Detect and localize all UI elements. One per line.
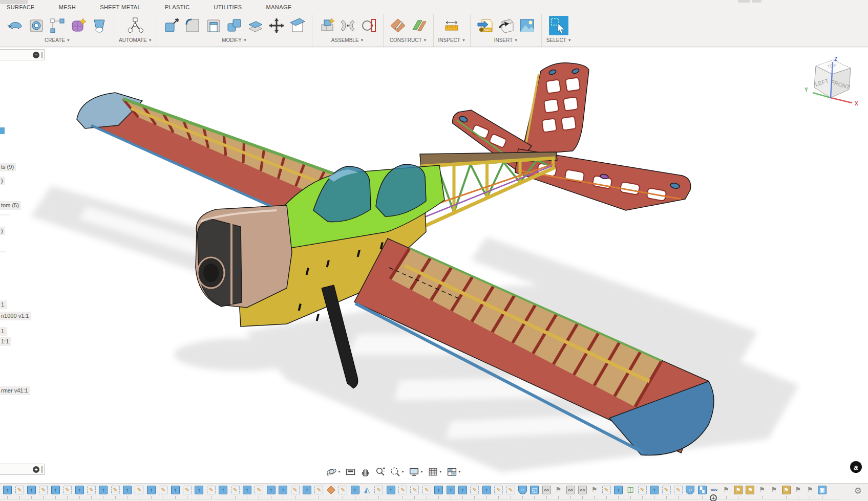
timeline-feature-sketch[interactable]: ✎ xyxy=(373,485,385,499)
timeline-feature-derive[interactable]: ↑ xyxy=(612,485,624,499)
timeline-derive-icon[interactable]: ↑ xyxy=(99,486,108,494)
timeline-feature-derive[interactable]: ↑ xyxy=(457,485,469,499)
timeline-feature-combine[interactable]: oo xyxy=(564,485,576,499)
timeline-derive-icon[interactable]: ↑ xyxy=(267,486,276,494)
browser-tree-item[interactable]: 1 xyxy=(0,300,7,309)
browser-tree-item[interactable]: 1 xyxy=(0,327,7,336)
timeline-feature-sketch[interactable]: ✎ xyxy=(397,485,409,499)
browser-tree-item[interactable] xyxy=(0,251,6,252)
timeline-derive-icon[interactable]: ↑ xyxy=(219,486,227,494)
timeline-feature-combine[interactable]: oo xyxy=(577,485,588,499)
tab-utilities[interactable]: UTILITIES xyxy=(214,4,242,10)
configure-icon[interactable] xyxy=(125,16,145,35)
timeline-feature-pattern[interactable]: ▚ xyxy=(696,485,708,499)
new-component-icon[interactable] xyxy=(317,16,336,35)
timeline-sketch-icon[interactable]: ✎ xyxy=(39,486,48,494)
timeline-feature-flag[interactable]: ⚑ xyxy=(768,485,780,499)
panel-grip-icon[interactable] xyxy=(41,466,43,473)
timeline-join-icon[interactable]: ▣ xyxy=(818,486,827,494)
timeline-sketch-icon[interactable]: ✎ xyxy=(207,486,216,494)
insert-mesh-icon[interactable] xyxy=(496,16,516,35)
timeline-feature-derive[interactable]: ↑ xyxy=(277,485,289,499)
timeline-flag-tan-icon[interactable]: ⚑ xyxy=(746,486,754,494)
offset-plane-icon[interactable] xyxy=(388,16,408,35)
browser-tree-item[interactable]: tom (5) xyxy=(0,201,21,210)
joint-icon[interactable] xyxy=(338,16,357,35)
browser-tree-item[interactable] xyxy=(0,214,10,215)
timeline-feature-plane[interactable] xyxy=(325,485,337,499)
timeline-derive-icon[interactable]: ↑ xyxy=(147,486,156,494)
toolbar-group-label-modify[interactable]: MODIFY▼ xyxy=(222,37,247,43)
timeline-feature-derive[interactable]: ↑ xyxy=(121,485,133,499)
timeline-feature-sketch[interactable]: ✎ xyxy=(421,485,433,499)
position-icon[interactable] xyxy=(359,16,378,35)
grid-settings-icon[interactable]: ▼ xyxy=(426,465,444,478)
timeline-sketch-icon[interactable]: ✎ xyxy=(63,486,72,494)
display-settings-icon[interactable]: ▼ xyxy=(407,465,425,478)
timeline-derive-icon[interactable]: ↑ xyxy=(650,486,659,494)
timeline-feature-derive[interactable]: ↑ xyxy=(648,485,660,499)
timeline-sketch-icon[interactable]: ✎ xyxy=(338,486,347,494)
timeline-combine-icon[interactable]: oo xyxy=(542,486,551,494)
timeline-feature-join[interactable]: ▣ xyxy=(816,485,828,499)
timeline-feature-sketch[interactable]: ✎ xyxy=(493,485,504,499)
timeline-mirror-icon[interactable]: ◭ xyxy=(363,486,371,494)
timeline-sketch-icon[interactable]: ✎ xyxy=(602,486,611,494)
timeline-derive-icon[interactable]: ↑ xyxy=(614,486,623,494)
measure-icon[interactable] xyxy=(442,16,461,35)
assistant-icon[interactable]: a xyxy=(850,461,862,473)
timeline-flag-icon[interactable]: ⚑ xyxy=(590,486,599,494)
timeline-sketch-icon[interactable]: ✎ xyxy=(183,486,192,494)
timeline-settings-gear-icon[interactable]: ⚙ xyxy=(854,487,862,495)
timeline-sketch-icon[interactable]: ✎ xyxy=(87,486,96,494)
timeline-feature-sketch[interactable]: ✎ xyxy=(637,485,648,499)
timeline-position-marker[interactable]: + xyxy=(710,494,717,501)
timeline-feature-sketch[interactable]: ✎ xyxy=(110,485,121,499)
select-icon[interactable] xyxy=(549,16,568,35)
toolbar-group-label-inspect[interactable]: INSPECT▼ xyxy=(438,37,465,43)
timeline-sketch-icon[interactable]: ✎ xyxy=(231,486,240,494)
timeline-derive-icon[interactable]: ↑ xyxy=(171,486,180,494)
timeline-plane-icon[interactable] xyxy=(327,486,335,494)
timeline-feature-sketch[interactable]: ✎ xyxy=(157,485,169,499)
timeline-combine-icon[interactable]: oo xyxy=(566,486,575,494)
timeline-feature-sketch[interactable]: ✎ xyxy=(86,485,97,499)
timeline-flag-icon[interactable]: ⚑ xyxy=(758,486,767,494)
timeline-sketch-icon[interactable]: ✎ xyxy=(135,486,143,494)
browser-tree-item[interactable]: n1000 v1:1 xyxy=(0,312,31,320)
timeline-flag-icon[interactable]: ⚑ xyxy=(722,486,731,494)
browser-tree-item[interactable]: ) xyxy=(0,177,5,185)
browser-panel-collapse-bar-top[interactable]: − xyxy=(0,49,45,60)
dropdown-caret-icon[interactable]: ▼ xyxy=(458,470,461,473)
timeline-feature-sketch[interactable]: ✎ xyxy=(205,485,217,499)
timeline-feature-sketch[interactable]: ✎ xyxy=(672,485,684,499)
look-at-icon[interactable] xyxy=(344,465,357,478)
timeline-combine-icon[interactable]: oo xyxy=(578,486,587,494)
zoom-icon[interactable] xyxy=(373,465,387,478)
hole-icon[interactable] xyxy=(27,16,46,35)
timeline-sketch-icon[interactable]: ✎ xyxy=(410,486,419,494)
timeline-feature-flag[interactable]: ⚑ xyxy=(804,485,816,499)
timeline-derive-icon[interactable]: ↑ xyxy=(447,486,455,494)
timeline-feature-flag-tan[interactable]: ⚑ xyxy=(780,485,792,499)
timeline-feature-flag-tan[interactable]: ⚑ xyxy=(732,485,744,499)
timeline-flag-icon[interactable]: ⚑ xyxy=(806,486,814,494)
timeline-sketch-icon[interactable]: ✎ xyxy=(111,486,120,494)
dropdown-caret-icon[interactable]: ▼ xyxy=(401,470,405,473)
timeline-feature-flag[interactable]: ⚑ xyxy=(553,485,564,499)
timeline-sketch-icon[interactable]: ✎ xyxy=(470,486,479,494)
timeline-feature-sketch[interactable]: ✎ xyxy=(409,485,420,499)
timeline-feature-derive[interactable]: ↑ xyxy=(193,485,205,499)
timeline-feature-derive[interactable]: ↑ xyxy=(241,485,253,499)
loft-icon[interactable] xyxy=(90,16,109,35)
timeline-feature-derive[interactable]: ↑ xyxy=(385,485,397,499)
timeline-flag-tan-icon[interactable]: ⚑ xyxy=(734,486,743,494)
zoom-window-icon[interactable]: ▼ xyxy=(388,465,406,478)
timeline-feature-derive[interactable]: ↑ xyxy=(301,485,313,499)
shell-icon[interactable] xyxy=(204,16,223,35)
toolbar-group-label-automate[interactable]: AUTOMATE▼ xyxy=(119,37,152,43)
timeline-hole-icon[interactable]: ○ xyxy=(518,486,527,494)
timeline-sketch-icon[interactable]: ✎ xyxy=(255,486,263,494)
timeline-derive-icon[interactable]: ↑ xyxy=(303,486,311,494)
offset-face-icon[interactable] xyxy=(246,16,265,35)
